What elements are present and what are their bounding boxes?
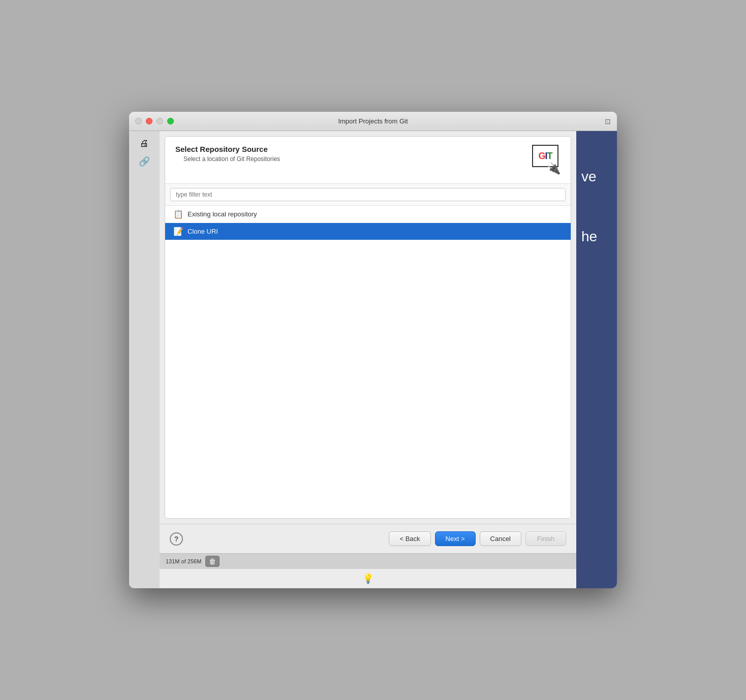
title-bar: Import Projects from Git ⊡: [129, 112, 617, 131]
dialog-header-text: Select Repository Source Select a locati…: [175, 145, 528, 163]
lightbulb-icon: 💡: [362, 574, 374, 584]
sidebar: 🖨 🔗: [129, 131, 160, 588]
footer-right: < Back Next > Cancel Finish: [389, 531, 566, 546]
maximize-button[interactable]: [157, 118, 163, 124]
list-item-existing-local[interactable]: 📋 Existing local repository: [165, 206, 571, 223]
status-bar: 131M of 256M 🗑: [160, 553, 576, 569]
window-title: Import Projects from Git: [338, 117, 408, 125]
right-panel: vehe: [576, 131, 617, 588]
clone-uri-icon: 📝: [173, 227, 183, 236]
git-connector-icon: 🔌: [547, 162, 561, 175]
trash-button[interactable]: 🗑: [205, 556, 220, 567]
back-button[interactable]: < Back: [389, 531, 430, 546]
clone-uri-label: Clone URI: [188, 228, 218, 235]
dialog-footer: ? < Back Next > Cancel Finish: [160, 524, 576, 553]
git-icon: GIT 🔌: [528, 145, 561, 177]
filter-row: [165, 184, 571, 206]
traffic-lights: [135, 118, 174, 124]
memory-usage: 131M of 256M: [166, 558, 201, 564]
repository-list: 📋 Existing local repository 📝 Clone URI: [165, 206, 571, 518]
existing-local-icon: 📋: [173, 209, 183, 219]
git-letter-g: G: [538, 151, 545, 162]
sidebar-icon-printer[interactable]: 🖨: [136, 135, 152, 151]
bottom-bar: 💡: [160, 569, 576, 588]
list-item-clone-uri[interactable]: 📝 Clone URI: [165, 223, 571, 240]
dialog-header: Select Repository Source Select a locati…: [165, 137, 571, 184]
dialog-title: Select Repository Source: [175, 145, 528, 153]
filter-input[interactable]: [170, 188, 566, 201]
existing-local-label: Existing local repository: [188, 210, 257, 218]
finish-button[interactable]: Finish: [525, 531, 566, 546]
close-button[interactable]: [135, 118, 142, 124]
full-screen-button[interactable]: [167, 118, 174, 124]
cancel-button[interactable]: Cancel: [480, 531, 521, 546]
main-window: Import Projects from Git ⊡ 🖨 🔗 Select Re…: [129, 112, 617, 588]
content-area: 🖨 🔗 Select Repository Source Select a lo…: [129, 131, 617, 588]
minimize-button[interactable]: [146, 118, 152, 124]
dialog-panel: Select Repository Source Select a locati…: [160, 131, 576, 588]
dialog-box: Select Repository Source Select a locati…: [165, 136, 571, 519]
right-panel-text: vehe: [581, 167, 597, 246]
dialog-subtitle: Select a location of Git Repositories: [183, 155, 528, 163]
restore-icon[interactable]: ⊡: [605, 117, 611, 125]
git-letter-t: T: [547, 151, 552, 162]
footer-left: ?: [170, 532, 183, 546]
next-button[interactable]: Next >: [435, 531, 476, 546]
sidebar-icon-nodes[interactable]: 🔗: [136, 153, 152, 170]
help-button[interactable]: ?: [170, 532, 183, 546]
